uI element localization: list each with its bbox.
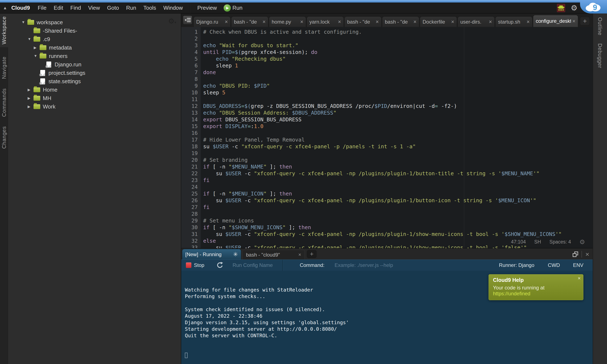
line-number[interactable]: 33 <box>181 244 198 248</box>
line-number[interactable]: 6 <box>181 62 198 69</box>
editor-tab-startup-sh[interactable]: startup.sh× <box>495 16 532 27</box>
tree-item--shared-files-[interactable]: -Shared Files- <box>8 26 181 35</box>
stop-icon[interactable] <box>186 262 191 268</box>
disclosure-open-icon[interactable]: ▼ <box>22 20 27 25</box>
disclosure-open-icon[interactable]: ▼ <box>34 54 40 58</box>
menu-view[interactable]: View <box>88 5 100 11</box>
console-tab--new-running[interactable]: [New] - Running✳ <box>182 249 241 260</box>
syntax-mode[interactable]: SH <box>534 239 541 245</box>
tree-item-django-run[interactable]: Django.run <box>8 60 181 69</box>
menu-goto[interactable]: Goto <box>107 5 119 11</box>
line-number[interactable]: 25 <box>181 190 198 197</box>
menu-edit[interactable]: Edit <box>54 5 63 11</box>
preview-button[interactable]: Preview <box>197 5 217 11</box>
menu-tools[interactable]: Tools <box>143 5 156 11</box>
line-number[interactable]: 12 <box>181 103 198 110</box>
disclosure-closed-icon[interactable]: ▶ <box>34 46 40 50</box>
line-number[interactable]: 29 <box>181 217 198 224</box>
close-tab-icon[interactable]: × <box>451 19 454 25</box>
line-number[interactable]: 20 <box>181 157 198 163</box>
close-tab-icon[interactable]: × <box>300 19 303 25</box>
line-number[interactable]: 16 <box>181 130 198 136</box>
line-number[interactable]: 15 <box>181 123 198 130</box>
close-tab-icon[interactable]: × <box>489 19 492 25</box>
line-number[interactable]: 31 <box>181 231 198 238</box>
running-url-link[interactable]: https://undefined <box>493 291 530 296</box>
collapse-menubar-icon[interactable]: ▲ <box>3 5 7 10</box>
editor-code-area[interactable]: # Check when DBUS is active and start co… <box>201 27 593 248</box>
run-config-name-input[interactable]: Run Config Name <box>233 262 273 268</box>
disclosure-closed-icon[interactable]: ▶ <box>28 96 34 101</box>
editor-tab-dockerfile[interactable]: Dockerfile× <box>420 16 457 27</box>
code-editor[interactable]: 1234567891011121314151617181920212223242… <box>181 27 593 248</box>
menu-window[interactable]: Window <box>163 5 183 11</box>
line-number[interactable]: 17 <box>181 136 198 143</box>
disclosure-open-icon[interactable]: ▼ <box>28 37 34 41</box>
rail-tab-navigate[interactable]: Navigate <box>0 56 8 79</box>
stop-button-label[interactable]: Stop <box>194 262 204 268</box>
line-number[interactable]: 18 <box>181 143 198 150</box>
editor-tab-user-dirs-[interactable]: user-dirs.× <box>458 16 495 27</box>
rail-tab-workspace[interactable]: Workspace <box>0 13 8 47</box>
restart-icon[interactable] <box>216 262 223 269</box>
editor-gutter[interactable]: 1234567891011121314151617181920212223242… <box>181 27 201 248</box>
line-number[interactable]: 21 <box>181 163 198 170</box>
line-number[interactable]: 9 <box>181 83 198 89</box>
editor-tab-home-py[interactable]: home.py× <box>269 16 306 27</box>
workspace-settings-gear-icon[interactable]: ⚙▾ <box>168 17 176 25</box>
cursor-position[interactable]: 47:104 <box>511 239 526 245</box>
editor-tab-yarn-lock[interactable]: yarn.lock× <box>307 16 344 27</box>
close-tab-icon[interactable]: × <box>527 19 530 25</box>
line-number[interactable]: 27 <box>181 204 198 211</box>
tree-item--c9[interactable]: ▼.c9 <box>8 35 181 43</box>
close-tab-icon[interactable]: × <box>225 19 228 25</box>
rail-tab-outline[interactable]: Outline <box>593 17 607 35</box>
new-tab-button[interactable]: + <box>580 17 590 25</box>
tree-item-state-settings[interactable]: state.settings <box>8 77 181 86</box>
menu-find[interactable]: Find <box>70 5 81 11</box>
line-number[interactable]: 23 <box>181 177 198 184</box>
tab-list-button[interactable] <box>183 16 192 25</box>
debugger-bug-icon[interactable] <box>557 4 565 12</box>
disclosure-closed-icon[interactable]: ▶ <box>28 88 34 92</box>
line-number[interactable]: 24 <box>181 184 198 190</box>
tree-item-runners[interactable]: ▼runners <box>8 52 181 60</box>
line-number[interactable]: 32 <box>181 238 198 244</box>
runner-selector[interactable]: Runner: Django <box>499 262 534 268</box>
settings-gear-icon[interactable]: ⚙ <box>571 4 578 13</box>
line-number[interactable]: 19 <box>181 150 198 157</box>
line-number[interactable]: 30 <box>181 224 198 231</box>
line-number[interactable]: 5 <box>181 56 198 62</box>
notification-close-icon[interactable]: × <box>578 275 581 281</box>
line-number[interactable]: 2 <box>181 35 198 42</box>
editor-tab-configure-deskt[interactable]: configure_deskt× <box>533 15 578 27</box>
command-input[interactable]: Example: ./server.js --help <box>335 262 393 268</box>
menu-file[interactable]: File <box>38 5 47 11</box>
editor-tab-bash-de[interactable]: bash - "de× <box>231 16 268 27</box>
tree-item-project-settings[interactable]: project.settings <box>8 69 181 77</box>
rail-tab-debugger[interactable]: Debugger <box>593 43 607 68</box>
line-number[interactable]: 8 <box>181 76 198 83</box>
close-tab-icon[interactable]: × <box>262 19 265 25</box>
line-number[interactable]: 22 <box>181 170 198 177</box>
close-tab-icon[interactable]: × <box>413 19 416 25</box>
new-console-tab-button[interactable]: + <box>307 250 317 258</box>
line-number[interactable]: 7 <box>181 69 198 76</box>
editor-prefs-gear-icon[interactable]: ⚙ <box>579 238 585 246</box>
close-tab-icon[interactable]: × <box>376 19 379 25</box>
run-button[interactable]: ▶ Run <box>224 4 243 12</box>
close-tab-icon[interactable]: × <box>338 19 341 25</box>
disclosure-closed-icon[interactable]: ▶ <box>28 104 34 109</box>
editor-tab-bash-de[interactable]: bash - "de× <box>382 16 419 27</box>
line-number[interactable]: 14 <box>181 116 198 123</box>
cwd-button[interactable]: CWD <box>548 262 560 268</box>
line-number[interactable]: 26 <box>181 197 198 204</box>
rail-tab-changes[interactable]: Changes <box>0 126 8 149</box>
close-panel-icon[interactable]: × <box>585 251 589 257</box>
tree-item-mh[interactable]: ▶MH <box>8 94 181 102</box>
tree-item-metadata[interactable]: ▶metadata <box>8 43 181 52</box>
cloud9-logo-icon[interactable]: 9 <box>584 1 603 12</box>
menu-run[interactable]: Run <box>126 5 136 11</box>
tree-item-work[interactable]: ▶Work <box>8 102 181 111</box>
line-number[interactable]: 10 <box>181 89 198 96</box>
